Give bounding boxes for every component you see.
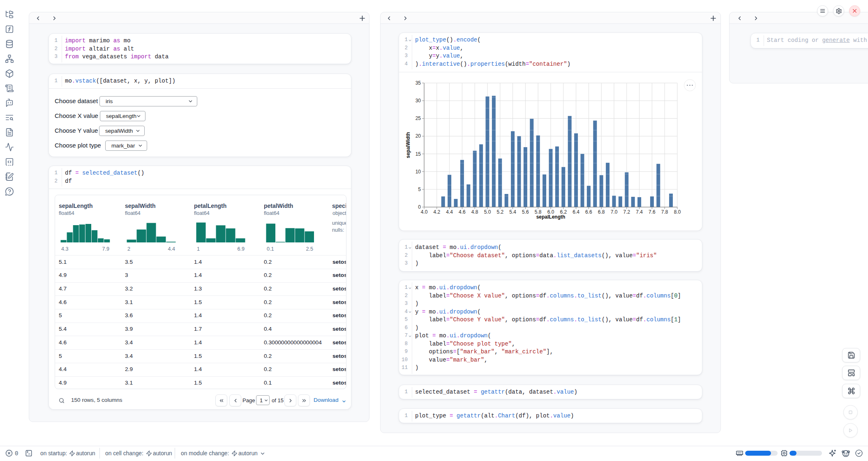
svg-text:20: 20: [416, 133, 421, 139]
svg-text:0: 0: [418, 204, 421, 210]
svg-text:4.8: 4.8: [471, 209, 478, 215]
svg-text:6.8: 6.8: [598, 209, 605, 215]
svg-text:7.8: 7.8: [661, 209, 668, 215]
svg-text:7.6: 7.6: [649, 209, 656, 215]
svg-text:7.2: 7.2: [623, 209, 630, 215]
svg-text:6.6: 6.6: [585, 209, 592, 215]
svg-text:7.0: 7.0: [611, 209, 618, 215]
svg-text:5.6: 5.6: [522, 209, 529, 215]
svg-text:sepalWidth: sepalWidth: [405, 132, 411, 158]
svg-text:4.6: 4.6: [459, 209, 466, 215]
svg-text:4.0: 4.0: [421, 209, 428, 215]
svg-text:10: 10: [416, 169, 421, 175]
svg-text:25: 25: [416, 115, 421, 121]
svg-text:5.4: 5.4: [509, 209, 516, 215]
svg-text:5: 5: [418, 187, 421, 192]
svg-text:30: 30: [416, 98, 421, 104]
svg-text:6.4: 6.4: [573, 209, 579, 215]
svg-text:5.2: 5.2: [496, 209, 503, 215]
svg-text:35: 35: [416, 80, 421, 86]
svg-text:8.0: 8.0: [674, 209, 681, 215]
svg-text:4.2: 4.2: [433, 209, 440, 215]
svg-text:5.0: 5.0: [484, 209, 491, 215]
svg-text:15: 15: [416, 151, 421, 157]
svg-text:4.4: 4.4: [446, 209, 453, 215]
svg-text:sepalLength: sepalLength: [536, 214, 566, 220]
svg-text:7.4: 7.4: [636, 209, 643, 215]
